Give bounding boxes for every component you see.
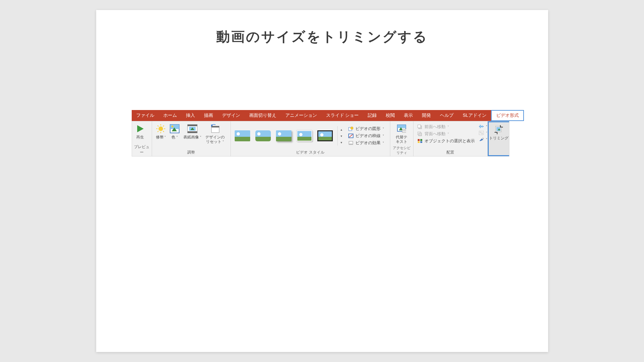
chevron-down-icon: ˅	[447, 125, 449, 129]
crop-button[interactable]: トリミング	[487, 124, 510, 141]
video-effects-button[interactable]: ビデオの効果 ˅	[348, 140, 384, 146]
svg-rect-16	[188, 131, 197, 133]
svg-rect-39	[418, 141, 420, 143]
tab-playback[interactable]: 再生	[524, 110, 542, 121]
group-arrange: 前面へ移動 ˅ 背面へ移動 ˅ オブジェクトの選択と表示	[414, 121, 488, 156]
style-thumb-1[interactable]	[234, 130, 251, 142]
align-button[interactable]: ˅	[479, 124, 486, 129]
chevron-down-icon: ˅	[383, 141, 384, 145]
tab-record[interactable]: 記録	[363, 110, 381, 121]
chevron-down-icon: ˅	[383, 134, 384, 138]
shape-icon	[348, 126, 353, 131]
group-accessibility: 代替テ キスト アクセシビリティ	[390, 121, 414, 156]
tab-help[interactable]: ヘルプ	[435, 110, 458, 121]
poster-label: 表紙画像	[183, 135, 201, 139]
svg-rect-37	[418, 139, 420, 141]
svg-rect-42	[480, 125, 481, 128]
border-icon	[348, 133, 353, 138]
svg-rect-49	[496, 127, 500, 131]
group-button[interactable]: ˅	[479, 130, 486, 136]
style-thumb-2[interactable]	[255, 130, 271, 142]
color-button[interactable]: 色	[168, 123, 181, 140]
alt-text-icon	[397, 123, 406, 134]
svg-line-7	[163, 131, 164, 132]
group-adjust-label: 調整	[152, 149, 230, 156]
play-label: 再生	[136, 135, 144, 139]
chevron-down-icon: ˅	[447, 132, 449, 136]
svg-line-9	[163, 126, 164, 126]
selection-label: オブジェクトの選択と表示	[424, 138, 475, 144]
svg-rect-45	[480, 132, 481, 133]
tab-developer[interactable]: 開発	[417, 110, 435, 121]
bring-front-label: 前面へ移動	[424, 124, 445, 130]
svg-point-1	[158, 126, 163, 131]
tab-video-format[interactable]: ビデオ形式	[491, 110, 524, 121]
alt-text-label: 代替テ キスト	[396, 135, 407, 144]
brightness-icon	[156, 123, 166, 134]
tab-sladdin[interactable]: SLアドイン	[458, 110, 491, 121]
video-border-button[interactable]: ビデオの枠線 ˅	[348, 133, 384, 139]
svg-point-13	[171, 126, 173, 127]
svg-line-6	[158, 126, 158, 126]
video-shape-label: ビデオの図形	[355, 126, 381, 132]
tab-transitions[interactable]: 画面切り替え	[245, 110, 281, 121]
style-thumb-5[interactable]	[317, 130, 333, 142]
group-accessibility-label: アクセシビリティ	[390, 145, 413, 156]
style-thumb-3[interactable]	[275, 130, 292, 142]
tab-slideshow[interactable]: スライド ショー	[322, 110, 363, 121]
tab-draw[interactable]: 描画	[199, 110, 218, 121]
svg-rect-43	[482, 126, 483, 127]
send-back-button[interactable]: 背面へ移動 ˅	[417, 131, 475, 137]
svg-rect-36	[419, 133, 422, 136]
video-shape-button[interactable]: ビデオの図形 ˅	[348, 126, 384, 132]
svg-rect-34	[418, 125, 421, 128]
svg-marker-0	[137, 125, 144, 132]
tab-design[interactable]: デザイン	[218, 110, 245, 121]
align-icon	[479, 124, 484, 129]
alt-text-button[interactable]: 代替テ キスト	[394, 123, 409, 145]
svg-marker-47	[479, 138, 483, 141]
gallery-more-button[interactable]: ▴ ▾ ▾	[337, 126, 345, 146]
svg-rect-20	[211, 126, 219, 127]
effects-icon	[348, 140, 353, 146]
svg-rect-28	[397, 125, 406, 128]
send-back-label: 背面へ移動	[424, 131, 445, 137]
group-video-style: ▴ ▾ ▾ ビデオの図形 ˅ ビデオの枠線	[231, 121, 390, 156]
crop-icon	[494, 124, 504, 135]
group-adjust: 修整 色 表紙画像	[152, 121, 231, 156]
tab-view[interactable]: 表示	[399, 110, 417, 121]
reset-design-button[interactable]: デザインの リセット	[203, 123, 227, 145]
tab-home[interactable]: ホーム	[159, 110, 181, 121]
style-gallery: ▴ ▾ ▾	[233, 124, 346, 147]
crop-label: トリミング	[489, 136, 508, 140]
tab-file[interactable]: ファイル	[132, 110, 159, 121]
corrections-button[interactable]: 修整	[154, 123, 168, 140]
style-thumb-4[interactable]	[296, 130, 313, 142]
bring-front-icon	[417, 124, 423, 129]
tab-animations[interactable]: アニメーション	[281, 110, 322, 121]
video-effects-label: ビデオの効果	[355, 140, 381, 146]
group-preview: 再生 プレビュー	[132, 121, 152, 156]
svg-rect-38	[420, 139, 422, 141]
selection-icon	[417, 138, 423, 144]
svg-point-26	[349, 144, 353, 145]
svg-line-8	[158, 131, 158, 132]
svg-rect-30	[402, 129, 406, 132]
svg-point-23	[351, 127, 353, 129]
tab-insert[interactable]: 挿入	[181, 110, 199, 121]
chevron-up-icon: ▴	[341, 128, 342, 131]
reset-label: デザインの リセット	[205, 135, 225, 144]
play-button[interactable]: 再生	[134, 123, 146, 140]
bring-front-button[interactable]: 前面へ移動 ˅	[417, 124, 475, 130]
corrections-label: 修整	[156, 135, 166, 139]
rotate-icon	[479, 137, 484, 142]
poster-frame-button[interactable]: 表紙画像	[181, 123, 203, 140]
send-back-icon	[417, 131, 423, 136]
dropdown-icon: ▾	[341, 141, 342, 144]
tab-review[interactable]: 校閲	[381, 110, 399, 121]
group-preview-label: プレビュー	[132, 144, 152, 156]
chevron-down-icon: ▾	[341, 134, 342, 138]
svg-rect-46	[481, 133, 483, 134]
selection-pane-button[interactable]: オブジェクトの選択と表示	[417, 138, 475, 144]
rotate-button[interactable]: ˅	[479, 137, 486, 142]
